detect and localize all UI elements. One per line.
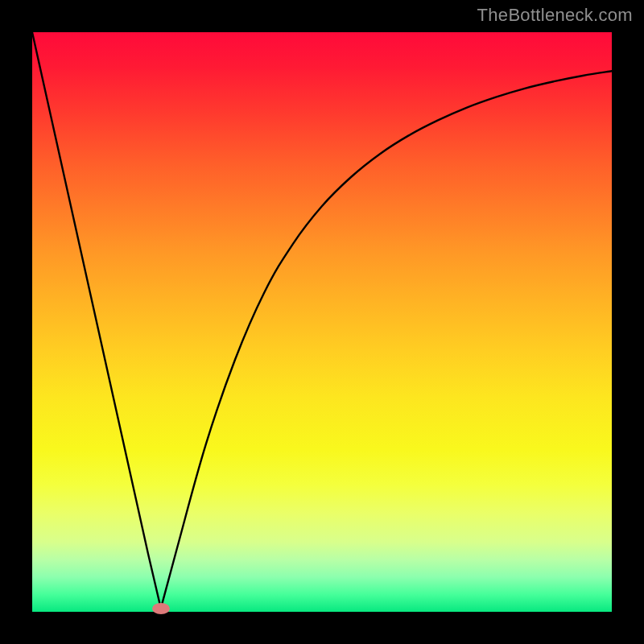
plot-area [32,32,612,612]
watermark-text: TheBottleneck.com [477,5,633,26]
bottleneck-curve-path [32,32,612,609]
chart-frame: TheBottleneck.com [0,0,644,644]
min-marker [152,603,170,614]
curve-svg [32,32,612,612]
